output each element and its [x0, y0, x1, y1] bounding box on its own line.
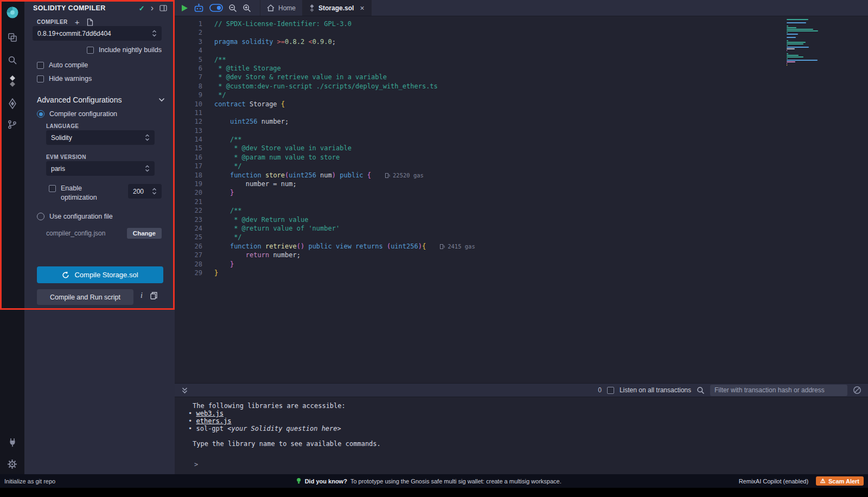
code-token: number; — [269, 251, 301, 259]
language-select[interactable]: Solidity — [46, 130, 155, 145]
git-init-button[interactable]: Initialize as git repo — [4, 478, 55, 485]
line-number: 21 — [175, 197, 202, 206]
code-line: number = num; — [214, 180, 781, 188]
main-area: Home Storage.sol × 123456789101112131415… — [175, 0, 868, 474]
use-configuration-file-label[interactable]: Use configuration file — [49, 213, 113, 220]
code-token: /** — [230, 207, 242, 214]
settings-icon[interactable] — [0, 455, 24, 473]
compiler-version-select[interactable]: 0.8.19+commit.7dd6d404 — [33, 26, 162, 41]
advanced-configurations-toggle[interactable]: Advanced Configurations — [37, 95, 165, 104]
code-token: * @dev Store & retrieve value in a varia… — [214, 73, 387, 81]
minimap[interactable] — [787, 19, 819, 66]
copilot-status[interactable]: RemixAI Copilot (enabled) — [739, 478, 808, 485]
code-line: * @dev Store value in variable — [214, 144, 781, 152]
optimization-runs-input[interactable]: 200 — [128, 184, 162, 199]
minimap-line — [787, 29, 813, 30]
terminal-search-icon[interactable] — [697, 386, 705, 394]
line-number: 4 — [175, 46, 202, 55]
code-token: retrieve — [261, 243, 297, 250]
run-script-button[interactable] — [181, 4, 188, 12]
tab-home[interactable]: Home — [260, 0, 303, 16]
code-token — [214, 233, 230, 241]
line-number: 22 — [175, 206, 202, 215]
line-numbers[interactable]: 1234567891011121314151617181920212223242… — [175, 20, 202, 277]
line-number: 23 — [175, 215, 202, 224]
solidity-compiler-panel: SOLIDITY COMPILER ✓ › COMPILER + 0.8.19+… — [24, 0, 175, 474]
file-explorer-icon[interactable] — [0, 28, 24, 47]
collapse-terminal-icon[interactable] — [181, 387, 188, 394]
code-token: } — [230, 260, 234, 268]
code-token: */ — [230, 162, 242, 170]
include-nightly-label[interactable]: Include nightly builds — [99, 46, 162, 54]
git-icon[interactable] — [0, 115, 24, 133]
tab-storage-sol[interactable]: Storage.sol × — [303, 0, 372, 16]
minimap-line — [787, 47, 809, 48]
code-token: public view returns — [304, 243, 387, 250]
auto-compile-checkbox[interactable] — [37, 62, 44, 69]
open-file-icon[interactable] — [87, 18, 93, 26]
hide-warnings-label[interactable]: Hide warnings — [49, 75, 92, 82]
minimap-line — [787, 53, 788, 54]
code-token: { — [367, 171, 371, 179]
enable-optimization-checkbox[interactable] — [49, 185, 56, 192]
code-token: number; — [257, 118, 289, 125]
scam-alert-badge[interactable]: ⚠ Scam Alert — [816, 476, 864, 486]
plugin-manager-icon[interactable] — [0, 433, 24, 451]
remixai-assistant-icon[interactable] — [194, 3, 204, 12]
clear-console-icon[interactable] — [853, 386, 861, 394]
compiler-configuration-radio[interactable] — [37, 110, 44, 118]
search-icon[interactable] — [0, 51, 24, 69]
include-nightly-checkbox[interactable] — [87, 47, 94, 54]
code-token: store — [261, 171, 285, 179]
compile-button[interactable]: Compile Storage.sol — [37, 266, 163, 283]
terminal-link[interactable]: ethers.js — [196, 417, 231, 425]
minimap-line — [787, 45, 788, 46]
select-arrows-icon — [145, 164, 150, 173]
chevron-right-icon[interactable]: › — [151, 4, 154, 12]
code-editor[interactable]: 1234567891011121314151617181920212223242… — [175, 16, 868, 383]
copy-icon[interactable] — [150, 292, 157, 300]
code-token — [214, 207, 230, 214]
change-config-button[interactable]: Change — [127, 228, 162, 239]
zoom-out-icon[interactable] — [228, 4, 237, 12]
solidity-compiler-icon[interactable] — [0, 72, 24, 90]
zoom-in-icon[interactable] — [242, 4, 251, 12]
enable-optimization-label[interactable]: Enable optimization — [61, 184, 113, 202]
gas-icon — [385, 173, 390, 179]
compile-and-run-button[interactable]: Compile and Run script — [37, 289, 133, 305]
terminal-output: The following libraries are accessible:•… — [188, 402, 868, 448]
code-token: function — [230, 171, 261, 179]
deploy-run-icon[interactable] — [0, 94, 24, 113]
close-tab-icon[interactable]: × — [360, 4, 364, 12]
info-icon[interactable]: i — [141, 291, 143, 300]
remix-logo-icon[interactable] — [0, 3, 24, 22]
use-configuration-file-radio[interactable] — [37, 213, 44, 220]
terminal-prompt[interactable]: > — [194, 461, 868, 468]
minimap-line — [787, 22, 806, 23]
copilot-toggle-icon[interactable] — [209, 4, 223, 12]
code-line — [214, 197, 781, 206]
optimization-row: Enable optimization 200 — [49, 184, 162, 202]
pin-panel-icon[interactable] — [159, 5, 167, 11]
hide-warnings-checkbox[interactable] — [37, 75, 44, 82]
code-token: */ — [230, 233, 242, 241]
listen-all-transactions-label[interactable]: Listen on all transactions — [620, 386, 691, 394]
add-compiler-icon[interactable]: + — [75, 18, 80, 26]
transaction-filter-input[interactable] — [710, 385, 847, 396]
compile-success-icon: ✓ — [139, 4, 145, 12]
auto-compile-label[interactable]: Auto compile — [49, 61, 88, 69]
code-token: contract — [214, 100, 246, 108]
terminal-text: Type the library name to see available c… — [193, 440, 381, 448]
icon-sidebar — [0, 0, 24, 474]
evm-version-select[interactable]: paris — [46, 161, 155, 176]
bottom-filler — [0, 488, 868, 497]
compiler-configuration-label[interactable]: Compiler configuration — [49, 110, 117, 118]
code-line — [214, 46, 781, 55]
code-token: number = num; — [214, 180, 297, 188]
terminal-toolbar: 0 Listen on all transactions — [175, 383, 868, 397]
code-token: } — [230, 189, 234, 196]
terminal-link[interactable]: web3.js — [196, 410, 224, 417]
bullet-icon: • — [188, 410, 196, 417]
listen-all-transactions-checkbox[interactable] — [607, 387, 614, 394]
terminal-panel[interactable]: The following libraries are accessible:•… — [175, 397, 868, 474]
